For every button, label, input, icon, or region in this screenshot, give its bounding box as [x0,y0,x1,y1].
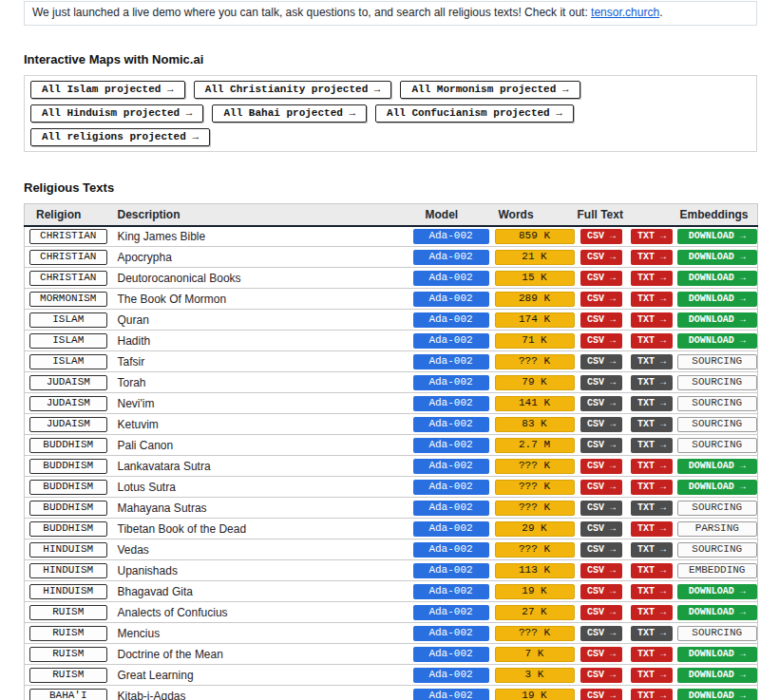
table-row: RUISMDoctrine of the MeanAda-0027 KCSV →… [25,644,758,665]
column-header-religion: Religion [25,204,112,226]
csv-download-button[interactable]: CSV → [580,250,622,265]
map-button[interactable]: All religions projected → [30,128,210,146]
table-row: JUDAISMKetuvimAda-00283 KCSV →TXT →SOURC… [25,414,758,435]
map-button[interactable]: All Hinduism projected → [30,104,203,123]
csv-download-button[interactable]: CSV → [580,459,622,474]
txt-download-button[interactable]: TXT → [631,480,673,495]
csv-download-button[interactable]: CSV → [580,312,622,328]
religion-badge: ISLAM [29,312,107,328]
table-row: BUDDHISMLotus SutraAda-002??? KCSV →TXT … [25,477,758,498]
religion-badge: JUDAISM [29,417,107,432]
word-count-badge: 21 K [495,250,575,265]
embeddings-download-button[interactable]: DOWNLOAD → [677,333,757,349]
tensor-church-link[interactable]: tensor.church [591,6,659,19]
embeddings-download-button[interactable]: DOWNLOAD → [677,250,757,265]
description-cell: Hadith [112,331,409,351]
embeddings-status-badge: SOURCING [677,417,757,432]
embeddings-download-button[interactable]: DOWNLOAD → [677,292,757,307]
religious-texts-table: ReligionDescriptionModelWordsFull TextEm… [24,203,758,700]
txt-download-button[interactable]: TXT → [631,668,673,683]
csv-download-button[interactable]: CSV → [580,668,622,683]
txt-download-button[interactable]: TXT → [631,647,673,662]
txt-download-button[interactable]: TXT → [631,521,673,537]
csv-download-button[interactable]: CSV → [580,584,622,599]
csv-download-button[interactable]: CSV → [580,605,622,620]
txt-download-button[interactable]: TXT → [631,250,673,265]
description-cell: Tafsir [112,351,409,372]
csv-download-button: CSV → [580,501,622,516]
religion-badge: CHRISTIAN [29,229,107,244]
map-button[interactable]: All Islam projected → [30,81,185,99]
txt-download-button[interactable]: TXT → [631,605,673,620]
csv-download-button[interactable]: CSV → [580,689,622,700]
description-cell: Pali Canon [112,435,409,456]
csv-download-button[interactable]: CSV → [580,229,622,244]
word-count-badge: ??? K [495,480,575,495]
column-header-embeddings: Embeddings [677,204,758,226]
table-body: CHRISTIANKing James BibleAda-002859 KCSV… [25,226,758,700]
txt-download-button[interactable]: TXT → [631,333,673,349]
model-badge: Ada-002 [413,521,489,537]
announcement-banner: We just launched a live demo where you c… [24,1,757,26]
religion-badge: ISLAM [29,333,107,349]
txt-download-button[interactable]: TXT → [631,563,673,578]
txt-download-button[interactable]: TXT → [631,584,673,599]
csv-download-button[interactable]: CSV → [580,333,622,349]
religion-badge: BAHA'I [29,689,107,700]
table-row: RUISMGreat LearningAda-0023 KCSV →TXT →D… [25,665,758,686]
txt-download-button[interactable]: TXT → [631,689,673,700]
description-cell: Mencius [112,623,409,644]
model-badge: Ada-002 [413,375,489,390]
txt-download-button[interactable]: TXT → [631,312,673,328]
csv-download-button[interactable]: CSV → [580,271,622,286]
word-count-badge: 71 K [495,333,575,349]
description-cell: Vedas [112,539,409,560]
table-row: BAHA'IKitab-i-AqdasAda-00219 KCSV →TXT →… [25,686,758,700]
txt-download-button[interactable]: TXT → [631,292,673,307]
map-buttons-container: All Islam projected →All Christianity pr… [24,75,757,152]
table-row: ISLAMQuranAda-002174 KCSV →TXT →DOWNLOAD… [25,310,758,331]
csv-download-button[interactable]: CSV → [580,647,622,662]
table-row: CHRISTIANApocryphaAda-00221 KCSV →TXT →D… [25,247,758,268]
religion-badge: BUDDHISM [29,501,107,516]
map-button[interactable]: All Christianity projected → [194,81,392,99]
description-cell: Torah [112,372,409,393]
embeddings-download-button[interactable]: DOWNLOAD → [677,668,757,683]
txt-download-button[interactable]: TXT → [631,459,673,474]
embeddings-download-button[interactable]: DOWNLOAD → [677,271,757,286]
csv-download-button[interactable]: CSV → [580,563,622,578]
embeddings-download-button[interactable]: DOWNLOAD → [677,312,757,328]
embeddings-download-button[interactable]: DOWNLOAD → [677,229,757,244]
map-button[interactable]: All Mormonism projected → [400,81,580,99]
description-cell: Bhagavad Gita [112,581,409,602]
map-button[interactable]: All Bahai projected → [212,104,367,123]
embeddings-download-button[interactable]: DOWNLOAD → [677,480,757,495]
embeddings-download-button[interactable]: DOWNLOAD → [677,459,757,474]
txt-download-button[interactable]: TXT → [631,271,673,286]
map-button[interactable]: All Confucianism projected → [375,104,574,123]
csv-download-button[interactable]: CSV → [580,292,622,307]
word-count-badge: 141 K [495,396,575,411]
embeddings-download-button[interactable]: DOWNLOAD → [677,647,757,662]
embeddings-status-badge: SOURCING [677,396,757,411]
description-cell: The Book Of Mormon [112,289,409,310]
embeddings-download-button[interactable]: DOWNLOAD → [677,584,757,599]
embeddings-download-button[interactable]: DOWNLOAD → [677,689,757,700]
csv-download-button[interactable]: CSV → [580,480,622,495]
csv-download-button: CSV → [580,375,622,390]
word-count-badge: 29 K [495,521,575,537]
embeddings-download-button[interactable]: DOWNLOAD → [677,605,757,620]
word-count-badge: 174 K [495,312,575,328]
table-row: RUISMMenciusAda-002??? KCSV →TXT →SOURCI… [25,623,758,644]
description-cell: Apocrypha [112,247,409,268]
txt-download-button[interactable]: TXT → [631,229,673,244]
txt-download-button: TXT → [631,501,673,516]
religion-badge: RUISM [29,668,107,683]
description-cell: King James Bible [112,226,409,247]
table-row: BUDDHISMPali CanonAda-0022.7 MCSV →TXT →… [25,435,758,456]
model-badge: Ada-002 [413,459,489,474]
description-cell: Lotus Sutra [112,477,409,498]
banner-text-end: . [659,6,662,19]
csv-download-button: CSV → [580,417,622,432]
description-cell: Nevi'im [112,393,409,414]
